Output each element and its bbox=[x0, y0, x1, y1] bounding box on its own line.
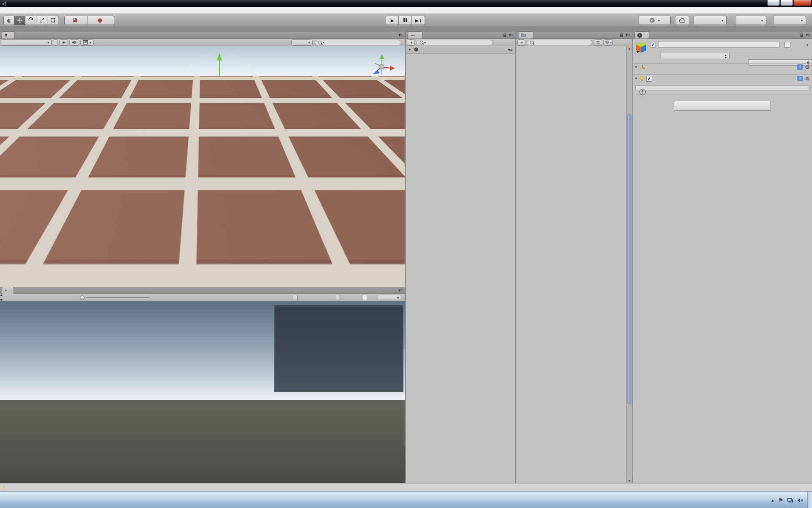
aspect-dropdown[interactable] bbox=[11, 295, 74, 301]
tab-scene[interactable]: # bbox=[2, 31, 14, 39]
show-desktop-button[interactable] bbox=[807, 492, 812, 508]
statistics-overlay bbox=[274, 305, 403, 392]
layout-dropdown[interactable]: ▾ bbox=[773, 16, 806, 25]
hand-tool-button[interactable] bbox=[3, 16, 14, 25]
scene-lighting-button[interactable]: ☀ bbox=[59, 39, 68, 46]
game-ground bbox=[0, 400, 405, 483]
hierarchy-panel: ≔ ▾≡ ▾ ▾ ▼ ▾≡ bbox=[406, 32, 515, 483]
project-scrollbar-thumb[interactable] bbox=[627, 114, 631, 404]
static-dropdown-icon[interactable]: ▾ bbox=[807, 43, 808, 47]
rotate-tool-button[interactable] bbox=[25, 16, 36, 25]
scale-tool-button[interactable] bbox=[36, 16, 47, 25]
speaker-icon bbox=[72, 40, 77, 44]
windows-taskbar: ▲ ⚑ bbox=[0, 491, 812, 508]
scale-slider-track[interactable] bbox=[86, 297, 149, 298]
tag-dropdown[interactable] bbox=[661, 53, 730, 59]
hierarchy-create-button[interactable]: ▾ bbox=[407, 39, 415, 46]
scene-effects-dropdown[interactable]: ▾ bbox=[80, 39, 93, 46]
light-enabled-checkbox[interactable]: ✓ bbox=[646, 76, 652, 82]
scene-search-input[interactable]: ▾ bbox=[315, 40, 401, 45]
warning-icon: ! bbox=[639, 89, 646, 95]
tab-inspector[interactable]: i bbox=[634, 31, 649, 39]
project-panel-menu-icon[interactable]: ▾≡ bbox=[625, 33, 630, 37]
scene-toolbar: ▾ ☀ ▾ ▾ ▾ bbox=[0, 39, 405, 46]
search-icon bbox=[420, 41, 423, 44]
step-button[interactable]: ▶ bbox=[412, 16, 425, 25]
info-icon: i bbox=[637, 33, 642, 38]
tab-hierarchy[interactable]: ≔ bbox=[408, 31, 422, 39]
add-component-button[interactable] bbox=[674, 101, 771, 111]
2d-toggle-button[interactable] bbox=[53, 39, 58, 46]
active-checkbox[interactable]: ✓ bbox=[650, 42, 656, 48]
stats-button[interactable] bbox=[362, 295, 367, 301]
hierarchy-search-input[interactable]: ▾ bbox=[416, 40, 493, 45]
action-center-flag-icon[interactable]: ⚑ bbox=[778, 497, 783, 503]
system-tray: ▲ ⚑ bbox=[771, 492, 807, 508]
transform-icon bbox=[639, 64, 645, 70]
volume-icon[interactable] bbox=[797, 498, 803, 503]
pivot-toggle-button[interactable] bbox=[64, 16, 88, 25]
search-by-label-button[interactable]: ▾ bbox=[604, 39, 613, 46]
transform-section-header[interactable]: ▼ ?⚙ bbox=[633, 63, 812, 71]
orientation-gizmo[interactable] bbox=[364, 50, 402, 84]
gear-icon[interactable]: ⚙ bbox=[805, 64, 809, 70]
scene-gizmos-dropdown[interactable]: ▾ bbox=[291, 39, 313, 46]
scene-panel-menu-icon[interactable]: ▾≡ bbox=[398, 33, 403, 37]
search-by-type-button[interactable] bbox=[594, 39, 602, 46]
rect-tool-button[interactable] bbox=[47, 16, 58, 25]
move-tool-button[interactable] bbox=[14, 16, 25, 25]
light-warning-box: ! bbox=[635, 85, 809, 90]
pause-button[interactable] bbox=[399, 16, 412, 25]
static-checkbox[interactable] bbox=[785, 42, 790, 48]
scale-slider-knob[interactable] bbox=[80, 295, 85, 300]
game-tabstrip: ◖ ▾≡ bbox=[0, 287, 405, 294]
account-dropdown[interactable]: ▾ bbox=[694, 16, 727, 25]
layers-dropdown[interactable]: ▾ bbox=[735, 16, 766, 25]
warning-icon: ⚠ bbox=[2, 485, 7, 491]
project-scrollbar[interactable]: ▲ ▼ bbox=[626, 46, 632, 483]
hierarchy-panel-menu-icon[interactable]: ▾≡ bbox=[509, 33, 513, 37]
minimize-button[interactable] bbox=[767, 0, 780, 6]
game-panel-menu-icon[interactable]: ▾≡ bbox=[398, 288, 403, 293]
status-bar[interactable]: ⚠ bbox=[0, 483, 812, 491]
help-icon[interactable]: ? bbox=[797, 76, 803, 81]
inspector-tabstrip: i ▾≡ bbox=[633, 32, 812, 39]
scene-viewport[interactable] bbox=[0, 46, 405, 287]
tab-game[interactable]: ◖ bbox=[2, 287, 14, 294]
light-section-header[interactable]: ▼ ✓ ?⚙ bbox=[633, 75, 812, 82]
gameobject-cube-icon[interactable] bbox=[635, 41, 647, 54]
game-gizmos-dropdown[interactable]: ▾ bbox=[378, 295, 401, 301]
object-name-field[interactable] bbox=[658, 41, 779, 48]
lock-icon[interactable] bbox=[620, 33, 623, 37]
maximize-button[interactable] bbox=[780, 0, 793, 6]
move-gizmo[interactable] bbox=[0, 46, 405, 287]
global-toggle-button[interactable] bbox=[88, 16, 114, 25]
cloud-services-button[interactable] bbox=[675, 16, 689, 25]
game-viewport[interactable] bbox=[0, 301, 405, 483]
hierarchy-toolbar: ▾ ▾ bbox=[406, 39, 515, 46]
scene-tabstrip: # ▾≡ bbox=[0, 32, 405, 39]
gear-icon[interactable]: ⚙ bbox=[805, 76, 809, 82]
lock-icon[interactable] bbox=[503, 33, 507, 37]
project-toolbar: ▾ ▾ bbox=[516, 39, 632, 46]
tab-project[interactable] bbox=[518, 31, 533, 39]
network-icon[interactable] bbox=[787, 498, 793, 503]
hierarchy-scene-header[interactable]: ▼ ▾≡ bbox=[406, 46, 515, 54]
unity-scene-icon bbox=[414, 47, 419, 52]
play-button[interactable]: ▶ bbox=[386, 16, 399, 25]
project-search-input[interactable] bbox=[527, 40, 593, 45]
label-filter-icon bbox=[605, 40, 609, 44]
collab-button[interactable]: ✓ ▾ bbox=[639, 16, 671, 25]
maximize-on-play-button[interactable] bbox=[293, 295, 298, 301]
project-create-button[interactable]: ▾ bbox=[517, 39, 525, 46]
help-icon[interactable]: ? bbox=[797, 64, 803, 70]
inspector-panel-menu-icon[interactable]: ▾≡ bbox=[806, 33, 810, 37]
mute-audio-button[interactable] bbox=[335, 295, 340, 301]
tray-expand-icon[interactable]: ▲ bbox=[771, 498, 774, 502]
lock-icon[interactable] bbox=[800, 33, 804, 37]
scroll-down-icon[interactable]: ▼ bbox=[627, 479, 632, 482]
scene-audio-button[interactable] bbox=[69, 39, 79, 46]
scroll-up-icon[interactable]: ▲ bbox=[627, 47, 632, 50]
shading-mode-dropdown[interactable]: ▾ bbox=[1, 39, 52, 46]
close-button[interactable] bbox=[793, 0, 811, 6]
